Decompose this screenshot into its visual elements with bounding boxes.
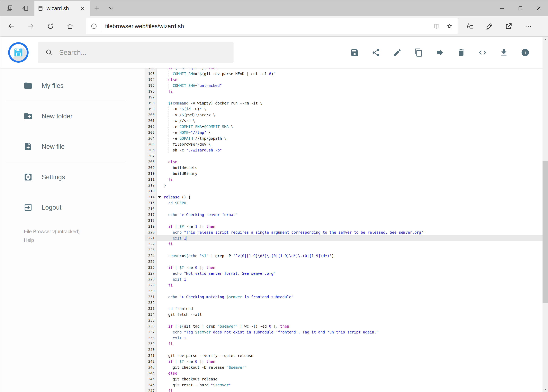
line-number[interactable]: 194 (145, 77, 157, 83)
line-number[interactable]: 227 (145, 271, 157, 276)
code-text[interactable]: -e COMMIT_SHA=$COMMIT_SHA \ (157, 124, 548, 130)
line-number[interactable]: 233 (145, 306, 157, 312)
code-text[interactable]: else (157, 370, 548, 376)
toolbar-edit-button[interactable] (387, 42, 408, 63)
code-text[interactable]: echo "> Checking matching $semver in fro… (157, 294, 548, 300)
home-button[interactable] (60, 18, 80, 35)
line-number[interactable]: 223 (145, 247, 157, 253)
line-number[interactable]: 199 (145, 106, 157, 112)
tab-list-chevron-button[interactable] (104, 0, 118, 16)
line-number[interactable]: 206 (145, 147, 157, 153)
code-text[interactable]: echo "This release script requires a sin… (157, 229, 548, 235)
code-text[interactable] (157, 247, 548, 253)
line-number[interactable]: 198 (145, 100, 157, 106)
code-text[interactable]: fi (157, 88, 548, 94)
line-number[interactable]: 222 (145, 241, 157, 247)
line-number[interactable]: 224 (145, 253, 157, 259)
line-number[interactable]: 228 (145, 276, 157, 282)
browser-tab[interactable]: wizard.sh (35, 1, 90, 16)
toolbar-share-button[interactable] (365, 42, 387, 63)
line-number[interactable]: 212 (145, 182, 157, 188)
toolbar-delete-button[interactable] (451, 42, 472, 63)
code-text[interactable]: git reset --hard "$semver" (157, 382, 548, 388)
new-tab-button[interactable] (90, 0, 104, 16)
search-bar[interactable] (38, 42, 234, 63)
code-text[interactable]: } (157, 182, 548, 188)
fold-arrow-icon[interactable] (158, 196, 161, 198)
code-text[interactable]: -w //src \ (157, 118, 548, 124)
line-number[interactable]: 214 (145, 194, 157, 200)
line-number[interactable]: 211 (145, 176, 157, 182)
scroll-down-arrow-icon[interactable] (542, 386, 548, 392)
line-number[interactable]: 209 (145, 165, 157, 171)
toolbar-save-button[interactable] (344, 42, 365, 63)
code-text[interactable] (157, 347, 548, 353)
web-notes-button[interactable] (479, 18, 499, 35)
code-text[interactable]: git checkout release (157, 376, 548, 382)
code-text[interactable]: fi (157, 176, 548, 182)
add-favorite-button[interactable] (443, 20, 456, 33)
sidebar-item-new-file[interactable]: New file (0, 131, 145, 162)
code-text[interactable]: fi (157, 388, 548, 392)
line-number[interactable]: 200 (145, 112, 157, 118)
tabs-preview-button[interactable] (2, 0, 17, 16)
code-text[interactable]: release () { (157, 194, 548, 200)
code-text[interactable]: if [ -d ".git" ]; then (157, 69, 548, 71)
code-text[interactable]: echo "> Checking semver format" (157, 212, 548, 218)
toolbar-info-button[interactable] (514, 42, 536, 63)
code-text[interactable]: -e GOPATH=//tmp/gopath \ (157, 135, 548, 141)
line-number[interactable]: 230 (145, 288, 157, 294)
share-button[interactable] (499, 18, 519, 35)
code-text[interactable]: echo "Not valid semver format. See semve… (157, 271, 548, 276)
line-number[interactable]: 193 (145, 71, 157, 77)
line-number[interactable]: 243 (145, 364, 157, 370)
line-number[interactable]: 203 (145, 130, 157, 135)
code-text[interactable]: git fetch --all (157, 312, 548, 317)
code-text[interactable] (157, 218, 548, 224)
toolbar-copy-button[interactable] (408, 42, 429, 63)
line-number[interactable]: 207 (145, 153, 157, 159)
sidebar-item-new-folder[interactable]: New folder (0, 101, 145, 131)
code-text[interactable]: buildAssets (157, 165, 548, 171)
code-text[interactable]: COMMIT_SHA="untracked" (157, 83, 548, 88)
code-text[interactable]: fi (157, 341, 548, 347)
code-text[interactable]: -v /$(pwd):/src:z \ (157, 112, 548, 118)
code-text[interactable]: exit 1 (157, 335, 548, 341)
code-text[interactable]: else (157, 159, 548, 165)
code-text[interactable]: git rev-parse --verify --quiet release (157, 353, 548, 358)
sidebar-item-settings[interactable]: Settings (0, 162, 145, 192)
url-text[interactable]: filebrowser.web/files/wizard.sh (100, 23, 430, 29)
code-text[interactable] (157, 317, 548, 323)
line-number[interactable]: 196 (145, 88, 157, 94)
line-number[interactable]: 204 (145, 135, 157, 141)
code-text[interactable]: $(command -v winpty) docker run --rm -it… (157, 100, 548, 106)
sidebar-item-logout[interactable]: Logout (0, 192, 145, 223)
toolbar-raw-code-button[interactable] (472, 42, 493, 63)
line-number[interactable]: 225 (145, 259, 157, 265)
address-bar[interactable]: filebrowser.web/files/wizard.sh (86, 18, 458, 34)
code-text[interactable]: git checkout -b release "$semver" (157, 364, 548, 370)
line-number[interactable]: 246 (145, 382, 157, 388)
code-text[interactable] (157, 206, 548, 212)
close-window-button[interactable] (530, 0, 548, 16)
line-number[interactable]: 236 (145, 323, 157, 329)
line-number[interactable]: 215 (145, 200, 157, 206)
line-number[interactable]: 192 (145, 69, 157, 71)
code-text[interactable]: -u "$(id -u)" \ (157, 106, 548, 112)
code-text[interactable]: if [ $? -ne 0 ]; then (157, 358, 548, 364)
code-text[interactable]: sh -c "./wizard.sh -b" (157, 147, 548, 153)
search-input[interactable] (59, 49, 227, 56)
code-text[interactable]: semver=$(echo "$1" | grep -P '^v(0|[1-9]… (157, 253, 548, 259)
code-text[interactable] (157, 259, 548, 265)
line-number[interactable]: 197 (145, 94, 157, 100)
code-text[interactable] (157, 153, 548, 159)
line-number[interactable]: 231 (145, 294, 157, 300)
tab-close-icon[interactable] (79, 5, 86, 12)
back-button[interactable] (1, 18, 21, 35)
code-text[interactable]: buildBinary (157, 171, 548, 176)
code-text[interactable]: cd frontend (157, 306, 548, 312)
code-text[interactable]: echo "Tag $semver does not exist in subm… (157, 329, 548, 335)
line-number[interactable]: 240 (145, 347, 157, 353)
toolbar-download-button[interactable] (493, 42, 514, 63)
line-number[interactable]: 213 (145, 188, 157, 194)
